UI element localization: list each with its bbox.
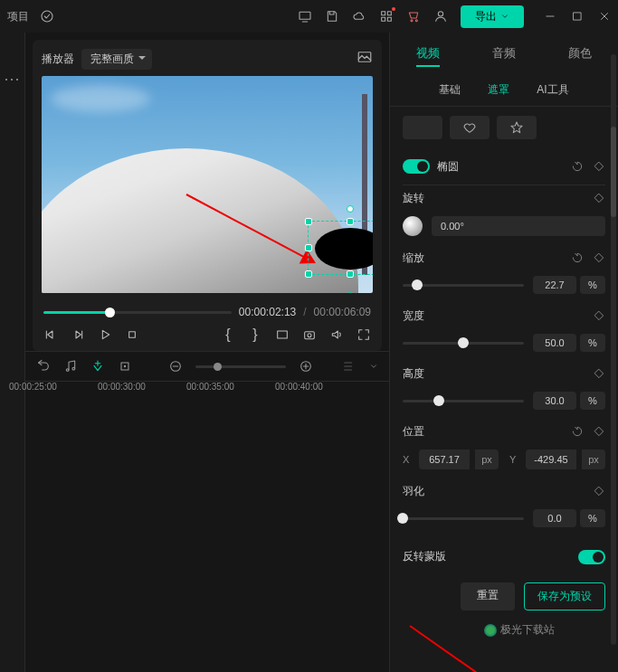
- feather-handle[interactable]: [347, 292, 353, 293]
- svg-point-0: [42, 11, 52, 22]
- tab-video[interactable]: 视频: [416, 34, 440, 72]
- width-value[interactable]: 50.0: [533, 334, 576, 352]
- height-slider[interactable]: [403, 400, 524, 402]
- reset-prop-icon[interactable]: [571, 160, 584, 173]
- feather-value[interactable]: 0.0: [533, 509, 576, 527]
- user-icon[interactable]: [433, 9, 448, 24]
- save-preset-button[interactable]: 保存为预设: [524, 582, 605, 610]
- inspector-panel: 视频 音频 颜色 基础 遮罩 AI工具 椭圆: [389, 33, 618, 672]
- svg-rect-1: [299, 12, 310, 19]
- undo-icon[interactable]: [36, 359, 51, 374]
- close-icon[interactable]: [598, 10, 611, 23]
- stop-icon[interactable]: [125, 327, 139, 342]
- scale-slider[interactable]: [403, 284, 524, 287]
- snapshot-icon[interactable]: [302, 327, 317, 342]
- pos-x-value[interactable]: 657.17: [419, 450, 470, 469]
- zoom-in-icon[interactable]: [299, 359, 313, 374]
- video-viewport[interactable]: [42, 76, 373, 293]
- bracket-right-icon[interactable]: }: [248, 327, 262, 342]
- keyframe-rotation-icon[interactable]: [593, 192, 605, 204]
- rotation-knob[interactable]: [403, 216, 423, 236]
- project-menu-label[interactable]: 项目: [7, 9, 29, 24]
- magnet-icon[interactable]: [90, 359, 105, 374]
- svg-rect-5: [387, 17, 391, 21]
- height-unit: %: [580, 392, 605, 410]
- feather-unit: %: [580, 509, 605, 527]
- minimize-icon[interactable]: [544, 10, 556, 23]
- shape-heart[interactable]: [450, 116, 490, 139]
- invert-label: 反转蒙版: [403, 549, 446, 564]
- export-button[interactable]: 导出: [461, 5, 524, 28]
- svg-rect-9: [574, 13, 581, 20]
- keyframe-width-icon[interactable]: [593, 309, 605, 322]
- height-value[interactable]: 30.0: [533, 392, 576, 410]
- player-label: 播放器: [42, 52, 74, 67]
- handle-b[interactable]: [347, 270, 354, 278]
- crop-box-icon[interactable]: [118, 359, 132, 374]
- subtab-mask[interactable]: 遮罩: [488, 82, 509, 98]
- pos-y-label: Y: [509, 454, 520, 465]
- keyframe-feather-icon[interactable]: [593, 485, 605, 497]
- timeline-ruler[interactable]: 00:00:25:00 00:00:30:00 00:00:35:00 00:0…: [25, 382, 389, 403]
- handle-t[interactable]: [347, 218, 354, 225]
- gallery-icon[interactable]: [357, 49, 373, 69]
- playhead-slider[interactable]: [43, 311, 232, 314]
- tab-audio[interactable]: 音频: [492, 34, 516, 72]
- shape-rect[interactable]: [403, 116, 442, 139]
- zoom-slider[interactable]: [195, 365, 286, 368]
- invert-toggle[interactable]: [578, 550, 605, 564]
- keyframe-icon[interactable]: [593, 160, 605, 173]
- pos-y-value[interactable]: -429.45: [526, 450, 576, 469]
- rotation-value[interactable]: 0.00°: [432, 216, 605, 236]
- monitor-icon[interactable]: [298, 9, 312, 24]
- volume-icon[interactable]: [329, 327, 344, 342]
- scale-unit: %: [580, 276, 605, 294]
- reset-button[interactable]: 重置: [461, 582, 515, 610]
- prev-frame-icon[interactable]: [43, 327, 58, 342]
- svg-rect-13: [305, 332, 315, 339]
- pos-y-unit: px: [582, 450, 605, 469]
- scale-label: 缩放: [403, 251, 424, 266]
- handle-l[interactable]: [305, 244, 312, 251]
- timeline-tracks[interactable]: [25, 403, 389, 672]
- aspect-icon[interactable]: [275, 327, 290, 342]
- maximize-icon[interactable]: [571, 10, 584, 23]
- zoom-out-icon[interactable]: [168, 359, 183, 374]
- cloud-icon[interactable]: [352, 9, 366, 24]
- svg-point-14: [308, 334, 311, 337]
- reset-scale-icon[interactable]: [571, 251, 584, 264]
- bracket-left-icon[interactable]: {: [221, 327, 235, 342]
- feather-slider[interactable]: [403, 517, 524, 520]
- keyframe-position-icon[interactable]: [593, 425, 605, 438]
- annotation-arrow-2: [409, 625, 507, 672]
- export-label: 导出: [475, 9, 497, 24]
- shape-star[interactable]: [497, 116, 537, 139]
- scrollbar[interactable]: [611, 54, 616, 645]
- check-circle-icon[interactable]: [40, 9, 54, 24]
- subtab-basic[interactable]: 基础: [439, 82, 461, 98]
- handle-bl[interactable]: [305, 270, 312, 278]
- next-frame-icon[interactable]: [71, 327, 85, 342]
- grid-icon[interactable]: [379, 9, 394, 24]
- play-icon[interactable]: [98, 327, 112, 342]
- music-note-icon[interactable]: [63, 359, 78, 374]
- keyframe-height-icon[interactable]: [593, 367, 605, 380]
- svg-rect-3: [387, 12, 391, 15]
- mask-bounding-box[interactable]: [308, 221, 373, 275]
- scale-value[interactable]: 22.7: [533, 276, 576, 294]
- subtab-ai[interactable]: AI工具: [537, 82, 568, 98]
- handle-tl[interactable]: [305, 218, 312, 225]
- list-view-icon[interactable]: [342, 359, 357, 374]
- quality-select[interactable]: 完整画质: [81, 49, 152, 70]
- save-icon[interactable]: [325, 9, 339, 24]
- more-icon[interactable]: ⋯: [4, 69, 22, 672]
- chevron-down-icon[interactable]: [369, 359, 378, 374]
- rotation-handle[interactable]: [347, 205, 354, 213]
- ellipse-toggle[interactable]: [403, 159, 430, 174]
- reset-position-icon[interactable]: [571, 425, 584, 438]
- width-slider[interactable]: [403, 342, 524, 345]
- keyframe-scale-icon[interactable]: [593, 251, 605, 264]
- fullscreen-icon[interactable]: [357, 327, 371, 342]
- tab-color[interactable]: 颜色: [568, 34, 592, 72]
- cart-icon[interactable]: [406, 9, 421, 24]
